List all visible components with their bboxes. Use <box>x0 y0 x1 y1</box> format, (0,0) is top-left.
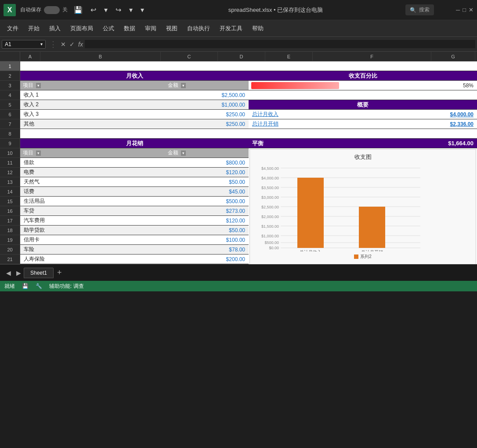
menu-page-layout[interactable]: 页面布局 <box>66 23 98 34</box>
expense-row-8[interactable]: 助学贷款 $50.00 <box>20 226 249 235</box>
row-1[interactable] <box>20 61 249 71</box>
expense-row-5[interactable]: 生活用品 $500.00 <box>20 197 249 206</box>
redo-button[interactable]: ↪ <box>114 5 123 15</box>
row-num-21[interactable]: 21 <box>0 254 20 264</box>
expense-item-filter[interactable]: ▾ <box>36 151 41 156</box>
col-header-d[interactable]: D <box>218 52 265 61</box>
menu-formula[interactable]: 公式 <box>98 23 119 34</box>
income-row-2-amount: $1,000.00 <box>165 102 249 108</box>
total-expense-row[interactable]: 总计月开销 $2,336.00 <box>249 119 477 129</box>
row-num-14[interactable]: 14 <box>0 187 20 197</box>
expense-row-10[interactable]: 车险 $78.00 <box>20 245 249 254</box>
menubar: 文件 开始 插入 页面布局 公式 数据 审阅 视图 自动执行 开发工具 帮助 <box>0 20 477 37</box>
row-num-15[interactable]: 15 <box>0 197 20 206</box>
row-num-11[interactable]: 11 <box>0 158 20 168</box>
redo-more-button[interactable]: ▾ <box>127 5 134 15</box>
row-num-13[interactable]: 13 <box>0 177 20 187</box>
expense-row-11[interactable]: 人寿保险 $200.00 <box>20 254 249 264</box>
menu-review[interactable]: 审阅 <box>141 23 161 34</box>
menu-home[interactable]: 开始 <box>24 23 44 34</box>
formula-fx-icon[interactable]: fx <box>78 41 83 48</box>
col-header-e[interactable]: E <box>265 52 313 61</box>
menu-view[interactable]: 视图 <box>162 23 182 34</box>
income-row-3[interactable]: 收入 3 $250.00 <box>20 110 249 119</box>
svg-text:$1,500.00: $1,500.00 <box>261 224 279 229</box>
balance-title: 平衡 <box>252 140 264 147</box>
tab-prev-button[interactable]: ◀ <box>4 269 14 277</box>
balance-header: 平衡 $1,664.00 <box>249 139 477 148</box>
row-num-5[interactable]: 5 <box>0 100 20 110</box>
expense-row-2[interactable]: 电费 $120.00 <box>20 168 249 177</box>
undo-more-button[interactable]: ▾ <box>102 5 109 15</box>
close-icon[interactable]: ✕ <box>469 7 473 13</box>
menu-developer[interactable]: 开发工具 <box>215 23 247 34</box>
row-num-8[interactable]: 8 <box>0 129 20 139</box>
row-num-6[interactable]: 6 <box>0 110 20 119</box>
expense-item-11: 人寿保险 <box>20 255 165 263</box>
expense-row-4[interactable]: 话费 $45.00 <box>20 187 249 197</box>
col-header-g[interactable]: G <box>431 52 475 61</box>
col-header-b[interactable]: B <box>40 52 161 61</box>
row-num-16[interactable]: 16 <box>0 206 20 216</box>
maximize-icon[interactable]: □ <box>463 7 466 13</box>
right-row-8 <box>249 129 477 139</box>
income-row-3-amount: $250.00 <box>165 111 249 118</box>
income-row-2[interactable]: 收入 2 $1,000.00 <box>20 100 249 110</box>
menu-automate[interactable]: 自动执行 <box>183 23 214 34</box>
menu-help[interactable]: 帮助 <box>248 23 268 34</box>
cell-ref-dropdown-icon[interactable]: ▾ <box>40 42 43 47</box>
search-box[interactable]: 🔍 搜索 <box>405 4 434 15</box>
formula-input[interactable] <box>85 40 475 48</box>
tab-next-button[interactable]: ▶ <box>14 269 24 277</box>
expense-row-1[interactable]: 借款 $800.00 <box>20 158 249 168</box>
minimize-icon[interactable]: ─ <box>456 7 460 13</box>
income-row-4[interactable]: 其他 $250.00 <box>20 119 249 129</box>
customize-button[interactable]: ▾ <box>139 5 146 15</box>
formula-confirm-icon[interactable]: ✓ <box>69 41 75 48</box>
col-header-h[interactable]: H <box>475 52 477 61</box>
menu-file[interactable]: 文件 <box>3 23 23 34</box>
col-header-c[interactable]: C <box>161 52 218 61</box>
expense-row-7[interactable]: 汽车费用 $120.00 <box>20 216 249 226</box>
svg-text:$1,000.00: $1,000.00 <box>261 234 279 238</box>
row-num-18[interactable]: 18 <box>0 226 20 235</box>
col-header-a[interactable]: A <box>20 52 40 61</box>
income-item-filter[interactable]: ▾ <box>36 83 41 88</box>
income-amount-filter[interactable]: ▾ <box>181 83 186 88</box>
expense-row-9[interactable]: 信用卡 $100.00 <box>20 235 249 245</box>
row-num-9[interactable]: 9 <box>0 139 20 148</box>
expense-row-6[interactable]: 车贷 $273.00 <box>20 206 249 216</box>
row-num-3[interactable]: 3 <box>0 81 20 90</box>
col-header-f[interactable]: F <box>313 52 431 61</box>
row-num-10[interactable]: 10 <box>0 148 20 158</box>
expense-amount-10: $78.00 <box>165 247 249 253</box>
chart-container: 收支图 $4,500.00 $4,000.00 $3,500.00 $3,000… <box>249 149 476 264</box>
expense-row-3[interactable]: 天然气 $50.00 <box>20 177 249 187</box>
row-num-2[interactable]: 2 <box>0 71 20 81</box>
svg-text:$500.00: $500.00 <box>264 240 279 245</box>
income-row-4-amount: $250.00 <box>165 121 249 127</box>
row-num-12[interactable]: 12 <box>0 168 20 177</box>
autosave-toggle[interactable] <box>44 6 60 14</box>
menu-data[interactable]: 数据 <box>119 23 140 34</box>
file-title: spreadSheet.xlsx • 已保存到这台电脑 <box>150 6 401 14</box>
row-num-4[interactable]: 4 <box>0 90 20 100</box>
row-num-1[interactable]: 1 <box>0 61 20 71</box>
menu-insert[interactable]: 插入 <box>45 23 65 34</box>
income-col-headers: 项目 ▾ 金额 ▾ <box>20 81 249 90</box>
formula-cancel-icon[interactable]: ✕ <box>61 41 66 48</box>
cell-reference[interactable]: A1 ▾ <box>2 40 46 49</box>
income-row-1[interactable]: 收入 1 $2,500.00 <box>20 90 249 100</box>
row-num-7[interactable]: 7 <box>0 119 20 129</box>
row-num-20[interactable]: 20 <box>0 245 20 254</box>
undo-button[interactable]: ↩ <box>89 5 98 15</box>
income-row-4-item: 其他 <box>20 120 165 128</box>
total-income-row[interactable]: 总计月收入 $4,000.00 <box>249 110 477 119</box>
add-sheet-button[interactable]: + <box>54 267 65 278</box>
expense-amount-filter[interactable]: ▾ <box>181 151 186 156</box>
save-button[interactable]: 💾 <box>72 5 84 15</box>
expense-item-9: 信用卡 <box>20 236 165 244</box>
row-num-19[interactable]: 19 <box>0 235 20 245</box>
row-num-17[interactable]: 17 <box>0 216 20 226</box>
sheet-tab-sheet1[interactable]: Sheet1 <box>24 268 54 278</box>
